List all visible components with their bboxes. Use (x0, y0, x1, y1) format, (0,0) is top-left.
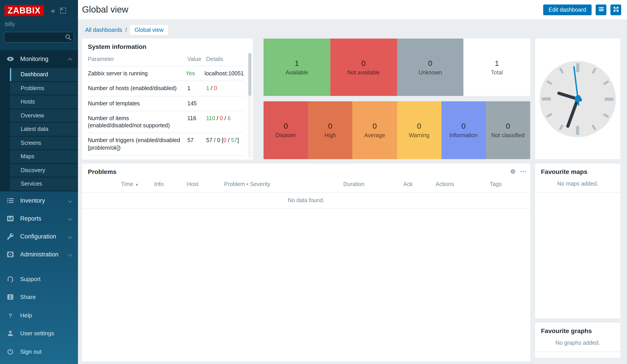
sidebar-item-user-settings[interactable]: User settings (0, 327, 78, 340)
sidebar-item-maps[interactable]: Maps (10, 150, 78, 163)
admin-gear-icon (6, 251, 14, 258)
breadcrumb-current-dashboard[interactable]: Global view (130, 25, 168, 35)
dashboard-menu-button[interactable] (596, 4, 606, 15)
sidebar: ZABBIX « billy MonitoringDashboardProble… (0, 0, 78, 364)
clock-tick (605, 98, 614, 101)
availability-cell-available: 1Available (263, 39, 330, 96)
cell-count: 0 (506, 122, 510, 131)
sidebar-section-head-monitoring[interactable]: Monitoring (0, 50, 78, 67)
cell-label: High (324, 132, 336, 139)
sysinfo-detail-segment: 0 (223, 137, 226, 144)
clock-tick (576, 63, 579, 72)
severity-cell-warning: 0Warning (397, 101, 441, 159)
sidebar-submenu: DashboardProblemsHostsOverviewLatest dat… (0, 68, 78, 190)
breadcrumb-all-dashboards[interactable]: All dashboards (85, 27, 122, 33)
sysinfo-parameter: Zabbix server is running (88, 70, 186, 77)
collapse-sidebar-icon[interactable]: « (51, 7, 55, 14)
problems-column-tags[interactable]: Tags (490, 181, 502, 187)
problems-empty-message: No data found. (82, 192, 530, 209)
sysinfo-body: Zabbix server is runningYeslocalhost:100… (88, 66, 244, 159)
kiosk-mode-icon[interactable] (60, 8, 66, 13)
search-icon[interactable] (64, 34, 72, 41)
cell-count: 0 (417, 122, 421, 131)
sysinfo-detail-segment: / (223, 115, 228, 121)
problems-column-actions[interactable]: Actions (436, 181, 454, 187)
problems-column-problem-severity[interactable]: Problem • Severity (224, 181, 270, 187)
clock-tick (603, 113, 609, 118)
breadcrumb-separator: / (125, 27, 127, 33)
widget-title: System information (82, 39, 253, 53)
wrench-icon (6, 233, 14, 240)
problems-by-severity-widget: 0Disaster0High0Average0Warning0Informati… (263, 101, 530, 159)
chevron-down-icon (68, 252, 72, 257)
sysinfo-detail-segment: 57 (231, 137, 237, 144)
edit-dashboard-button[interactable]: Edit dashboard (543, 4, 592, 15)
favourite-maps-widget: Favourite maps No maps added. (535, 164, 620, 318)
sidebar-item-hosts[interactable]: Hosts (10, 96, 78, 108)
sidebar-section-head-reports[interactable]: Reports (0, 212, 78, 225)
sysinfo-parameter: Number of triggers (enabled/disabled [pr… (88, 137, 187, 152)
sidebar-item-overview[interactable]: Overview (10, 109, 78, 122)
problems-column-ack[interactable]: Ack (403, 181, 413, 187)
sidebar-item-help[interactable]: ?Help (0, 309, 78, 322)
svg-text:Z: Z (9, 295, 11, 300)
sysinfo-row: Number of items (enabled/disabled/not su… (88, 111, 244, 133)
fullscreen-button[interactable] (610, 4, 621, 15)
scrollbar-track (248, 53, 252, 158)
sidebar-item-dashboard[interactable]: Dashboard (10, 68, 78, 81)
sysinfo-parameter: Number of items (enabled/disabled/not su… (88, 115, 187, 129)
sidebar-section-administration: Administration (0, 248, 78, 261)
clock-face (540, 61, 616, 137)
sysinfo-detail-segment: / (226, 137, 231, 144)
sidebar-item-label: Share (20, 294, 36, 300)
signout-icon (6, 348, 14, 355)
clock-tick (559, 124, 564, 130)
zabbix-dashboard-page: ZABBIX « billy MonitoringDashboardProble… (0, 0, 627, 364)
cell-count: 1 (295, 59, 299, 68)
widget-more-ellipsis-icon[interactable] (520, 168, 527, 175)
sidebar-item-screens[interactable]: Screens (10, 137, 78, 149)
widget-settings-gear-icon[interactable] (510, 168, 516, 175)
sidebar-item-share[interactable]: ZShare (0, 290, 78, 304)
sysinfo-row: Number of users (online)21 (88, 155, 244, 160)
dashboard-content: All dashboards / Global view System info… (78, 19, 627, 364)
sidebar-section-head-configuration[interactable]: Configuration (0, 230, 78, 243)
cell-label: Available (285, 69, 308, 76)
chevron-down-icon (68, 234, 72, 239)
problems-column-info[interactable]: Info (154, 181, 163, 187)
sidebar-search (4, 32, 74, 43)
sidebar-item-sign-out[interactable]: Sign out (0, 345, 78, 358)
sidebar-item-label: Support (20, 275, 41, 282)
clock-tick (546, 113, 552, 118)
cell-count: 0 (362, 59, 366, 68)
clock-tick (559, 67, 564, 73)
sidebar-item-label: User settings (20, 330, 54, 337)
cell-label: Not available (347, 69, 380, 76)
sysinfo-detail-segment: / (209, 85, 214, 92)
sidebar-item-services[interactable]: Services (10, 177, 78, 190)
sysinfo-details: 1 (206, 159, 244, 160)
sidebar-item-problems[interactable]: Problems (10, 82, 78, 95)
sysinfo-value: 57 (187, 137, 206, 152)
sysinfo-details: 1 / 0 (206, 85, 244, 92)
sidebar-section-head-inventory[interactable]: Inventory (0, 194, 78, 207)
problems-column-host[interactable]: Host (187, 181, 198, 187)
sysinfo-detail-segment: localhost:10051 (205, 70, 244, 77)
problems-column-duration[interactable]: Duration (343, 181, 365, 187)
sysinfo-detail-segment: / (215, 115, 220, 121)
main-area: Global view Edit dashboard All dashboard… (78, 0, 627, 364)
sidebar-item-discovery[interactable]: Discovery (10, 164, 78, 177)
cell-label: Average (364, 132, 385, 139)
column-header-value: Value (187, 56, 206, 62)
sidebar-item-latest-data[interactable]: Latest data (10, 123, 78, 136)
problems-column-time[interactable]: Time▼ (121, 181, 139, 187)
zabbix-logo[interactable]: ZABBIX (4, 5, 44, 16)
sidebar-section-head-administration[interactable]: Administration (0, 248, 78, 261)
page-title: Global view (82, 4, 543, 15)
sysinfo-parameter: Number of hosts (enabled/disabled) (88, 85, 187, 92)
scrollbar-thumb[interactable] (248, 53, 251, 96)
search-input[interactable] (4, 32, 74, 43)
severity-cell-information: 0Information (441, 101, 486, 159)
severity-cell-not-classified: 0Not classified (486, 101, 530, 159)
sidebar-item-support[interactable]: Support (0, 272, 78, 286)
